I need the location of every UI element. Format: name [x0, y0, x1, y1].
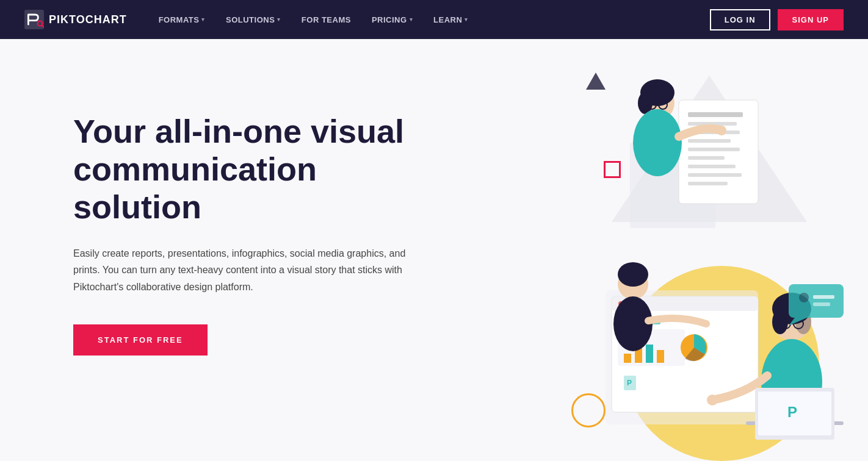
svg-point-57	[618, 262, 648, 287]
svg-rect-0	[24, 10, 44, 29]
nav-pricing[interactable]: PRICING ▾	[362, 0, 422, 39]
nav-learn[interactable]: LEARN ▾	[424, 0, 478, 39]
svg-rect-33	[646, 345, 653, 363]
nav-actions: LOG IN SIGN UP	[710, 9, 844, 30]
hero-content: Your all-in-one visual communication sol…	[73, 88, 439, 356]
svg-rect-55	[813, 302, 830, 306]
solutions-chevron-icon: ▾	[277, 16, 281, 23]
svg-point-46	[707, 395, 718, 406]
nav-formats[interactable]: FORMATS ▾	[149, 0, 215, 39]
svg-point-40	[772, 310, 788, 334]
hero-title: Your all-in-one visual communication sol…	[73, 112, 439, 226]
hero-description: Easily create reports, presentations, in…	[73, 245, 415, 295]
top-illustration	[599, 51, 831, 240]
svg-point-53	[799, 293, 809, 302]
svg-rect-54	[813, 295, 834, 299]
hero-section: Your all-in-one visual communication sol…	[0, 39, 868, 461]
svg-rect-13	[688, 173, 742, 177]
nav-solutions[interactable]: SOLUTIONS ▾	[216, 0, 291, 39]
logo-icon	[24, 10, 44, 29]
signup-button[interactable]: SIGN UP	[778, 9, 844, 30]
logo-text: PIKTOCHART	[49, 13, 127, 26]
nav-for-teams[interactable]: FOR TEAMS	[292, 0, 361, 39]
start-free-button[interactable]: START FOR FREE	[73, 324, 208, 356]
learn-chevron-icon: ▾	[465, 16, 468, 23]
svg-point-21	[633, 109, 682, 176]
svg-text:P: P	[787, 404, 797, 420]
formats-chevron-icon: ▾	[201, 16, 205, 23]
pricing-chevron-icon: ▾	[410, 16, 413, 23]
svg-rect-10	[688, 148, 740, 151]
svg-rect-9	[688, 139, 731, 143]
navbar: PIKTOCHART FORMATS ▾ SOLUTIONS ▾ FOR TEA…	[0, 0, 868, 39]
svg-rect-6	[688, 112, 743, 117]
svg-rect-14	[688, 182, 728, 185]
svg-point-22	[717, 126, 726, 135]
bottom-illustration: P P	[599, 254, 856, 461]
svg-rect-11	[688, 156, 725, 160]
svg-rect-12	[688, 165, 736, 168]
svg-rect-51	[789, 284, 844, 318]
svg-rect-31	[624, 354, 631, 363]
logo[interactable]: PIKTOCHART	[24, 10, 127, 29]
svg-rect-34	[657, 350, 664, 363]
nav-links: FORMATS ▾ SOLUTIONS ▾ FOR TEAMS PRICING …	[149, 0, 710, 39]
svg-text:P: P	[627, 379, 632, 387]
login-button[interactable]: LOG IN	[710, 9, 770, 30]
